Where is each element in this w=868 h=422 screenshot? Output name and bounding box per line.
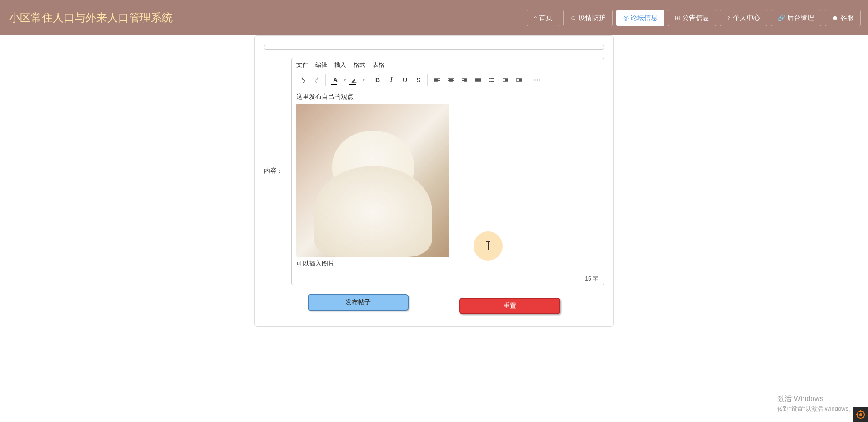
content-label: 内容： (264, 58, 291, 175)
indent-icon (515, 76, 523, 84)
editor-menubar: 文件 编辑 插入 格式 表格 (292, 58, 604, 72)
outdent-button[interactable] (499, 74, 511, 86)
nav-personal-label: 个人中心 (733, 14, 760, 22)
title-input-box[interactable] (264, 45, 604, 50)
shield-icon: ☺ (570, 14, 576, 21)
strikethrough-button[interactable]: S (413, 74, 424, 86)
outdent-icon (502, 76, 509, 84)
editor-content-area[interactable]: 这里发布自己的观点 可以插入图片 (292, 88, 604, 273)
list-button[interactable] (486, 74, 498, 86)
highlight-icon (350, 76, 358, 84)
align-justify-icon (474, 76, 482, 84)
undo-icon (299, 76, 307, 84)
bold-icon: B (375, 76, 380, 84)
nav-announce[interactable]: ⊞ 公告信息 (668, 10, 716, 26)
strikethrough-icon: S (416, 76, 420, 84)
align-center-icon (447, 76, 454, 84)
home-icon: ⌂ (534, 14, 537, 21)
content-text-line2: 可以插入图片 (296, 260, 599, 268)
more-button[interactable]: ⋯ (532, 74, 544, 86)
content-text-line1: 这里发布自己的观点 (296, 93, 599, 101)
bold-button[interactable]: B (372, 74, 384, 86)
menu-insert[interactable]: 插入 (334, 61, 346, 69)
rich-editor: 文件 编辑 插入 格式 表格 A (291, 58, 604, 285)
editor-toolbar: A ▾ ▾ B I U S (292, 72, 604, 88)
chat-icon: ◎ (623, 14, 629, 21)
align-right-icon (461, 76, 468, 84)
reset-button[interactable]: 重置 (459, 298, 560, 314)
list-icon (488, 76, 495, 84)
main-form: 内容： 文件 编辑 插入 格式 表格 (254, 35, 614, 327)
grid-icon: ⊞ (675, 14, 680, 21)
form-buttons: 发布帖子 重置 (264, 285, 604, 317)
align-right-button[interactable] (459, 74, 470, 86)
align-center-button[interactable] (445, 74, 457, 86)
bg-color-dropdown[interactable]: ▾ (363, 78, 365, 82)
italic-icon: I (390, 76, 393, 84)
user-icon: ♀ (727, 14, 732, 21)
inserted-image[interactable] (296, 104, 449, 257)
italic-button[interactable]: I (385, 74, 397, 86)
text-cursor (335, 260, 335, 267)
align-justify-button[interactable] (472, 74, 484, 86)
nav-backend-label: 后台管理 (787, 14, 814, 22)
redo-icon (313, 76, 320, 84)
bg-color-button[interactable] (348, 74, 360, 86)
menu-file[interactable]: 文件 (296, 61, 308, 69)
nav-home[interactable]: ⌂ 首页 (527, 10, 559, 26)
content-row: 内容： 文件 编辑 插入 格式 表格 (264, 58, 604, 285)
main-nav: ⌂ 首页 ☺ 疫情防护 ◎ 论坛信息 ⊞ 公告信息 ♀ 个人中心 🔗 后台管理 … (527, 10, 861, 26)
nav-backend[interactable]: 🔗 后台管理 (771, 10, 821, 26)
nav-epidemic-label: 疫情防护 (579, 14, 606, 22)
underline-icon: U (403, 76, 407, 84)
menu-edit[interactable]: 编辑 (315, 61, 327, 69)
publish-button[interactable]: 发布帖子 (308, 294, 409, 311)
menu-table[interactable]: 表格 (373, 61, 384, 69)
cursor-position-indicator (474, 231, 503, 261)
link-icon: 🔗 (778, 14, 785, 21)
nav-service-label: 客服 (840, 14, 854, 22)
more-icon: ⋯ (534, 76, 541, 84)
text-color-icon: A (333, 76, 338, 84)
nav-announce-label: 公告信息 (682, 14, 709, 22)
nav-home-label: 首页 (539, 14, 553, 22)
text-color-button[interactable]: A (329, 74, 341, 86)
headset-icon: ☻ (832, 14, 838, 21)
align-left-icon (434, 76, 441, 84)
nav-forum[interactable]: ◎ 论坛信息 (616, 10, 664, 26)
menu-format[interactable]: 格式 (354, 61, 365, 69)
align-left-button[interactable] (431, 74, 443, 86)
text-color-dropdown[interactable]: ▾ (344, 78, 346, 82)
app-title: 小区常住人口与外来人口管理系统 (9, 10, 173, 25)
nav-personal[interactable]: ♀ 个人中心 (720, 10, 768, 26)
word-count: 15 字 (292, 273, 604, 285)
underline-button[interactable]: U (399, 74, 411, 86)
nav-epidemic[interactable]: ☺ 疫情防护 (563, 10, 612, 26)
undo-button[interactable] (297, 74, 309, 86)
redo-button[interactable] (311, 74, 323, 86)
app-header: 小区常住人口与外来人口管理系统 ⌂ 首页 ☺ 疫情防护 ◎ 论坛信息 ⊞ 公告信… (0, 0, 868, 35)
indent-button[interactable] (513, 74, 525, 86)
nav-service[interactable]: ☻ 客服 (825, 10, 861, 26)
nav-forum-label: 论坛信息 (630, 14, 658, 22)
